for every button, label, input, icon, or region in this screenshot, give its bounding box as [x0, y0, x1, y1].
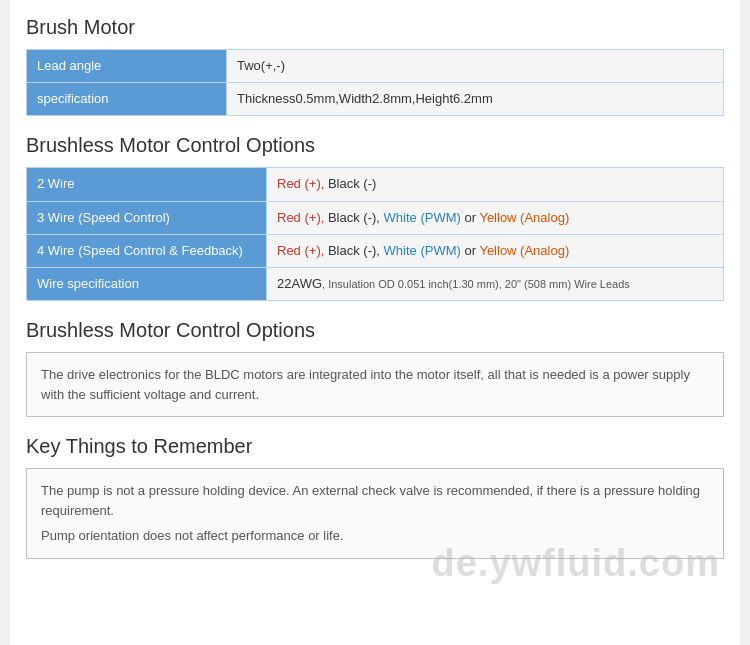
red-text: Red (+),: [277, 243, 328, 258]
label-3wire: 3 Wire (Speed Control): [27, 201, 267, 234]
brushless-control-title: Brushless Motor Control Options: [26, 134, 724, 157]
key-things-title: Key Things to Remember: [26, 435, 724, 458]
wire-spec-main: 22AWG: [277, 276, 322, 291]
table-row: Wire specification 22AWG, Insulation OD …: [27, 267, 724, 300]
label-specification: specification: [27, 83, 227, 116]
key-things-box: The pump is not a pressure holding devic…: [26, 468, 724, 559]
value-3wire: Red (+), Black (-), White (PWM) or Yello…: [267, 201, 724, 234]
black-text: Black (-),: [328, 210, 384, 225]
black-text: Black (-),: [328, 243, 384, 258]
red-text: Red (+),: [277, 176, 328, 191]
yellow-text: Yellow (Analog): [479, 210, 569, 225]
brushless-description-box: The drive electronics for the BLDC motor…: [26, 352, 724, 417]
value-2wire: Red (+), Black (-): [267, 168, 724, 201]
blue-text: White (PWM): [384, 210, 461, 225]
label-4wire: 4 Wire (Speed Control & Feedback): [27, 234, 267, 267]
key-things-point-1: The pump is not a pressure holding devic…: [41, 481, 709, 520]
brushless-desc-title: Brushless Motor Control Options: [26, 319, 724, 342]
yellow-text: Yellow (Analog): [479, 243, 569, 258]
red-text: Red (+),: [277, 210, 328, 225]
value-4wire: Red (+), Black (-), White (PWM) or Yello…: [267, 234, 724, 267]
label-lead-angle: Lead angle: [27, 50, 227, 83]
key-things-point-2: Pump orientation does not affect perform…: [41, 526, 709, 546]
table-row: 4 Wire (Speed Control & Feedback) Red (+…: [27, 234, 724, 267]
or-text: or: [461, 210, 480, 225]
label-2wire: 2 Wire: [27, 168, 267, 201]
page-wrapper: Brush Motor Lead angle Two(+,-) specific…: [10, 0, 740, 645]
brushless-motor-table: 2 Wire Red (+), Black (-) 3 Wire (Speed …: [26, 167, 724, 301]
table-row: Lead angle Two(+,-): [27, 50, 724, 83]
brush-motor-table: Lead angle Two(+,-) specification Thickn…: [26, 49, 724, 116]
table-row: specification Thickness0.5mm,Width2.8mm,…: [27, 83, 724, 116]
black-text: Black (-): [328, 176, 376, 191]
brushless-desc-text: The drive electronics for the BLDC motor…: [41, 365, 709, 404]
table-row: 2 Wire Red (+), Black (-): [27, 168, 724, 201]
value-specification: Thickness0.5mm,Width2.8mm,Height6.2mm: [227, 83, 724, 116]
brush-motor-title: Brush Motor: [26, 16, 724, 39]
blue-text: White (PWM): [384, 243, 461, 258]
value-wire-spec: 22AWG, Insulation OD 0.051 inch(1.30 mm)…: [267, 267, 724, 300]
table-row: 3 Wire (Speed Control) Red (+), Black (-…: [27, 201, 724, 234]
value-lead-angle: Two(+,-): [227, 50, 724, 83]
label-wire-spec: Wire specification: [27, 267, 267, 300]
wire-spec-small: , Insulation OD 0.051 inch(1.30 mm), 20"…: [322, 278, 630, 290]
or-text: or: [461, 243, 480, 258]
